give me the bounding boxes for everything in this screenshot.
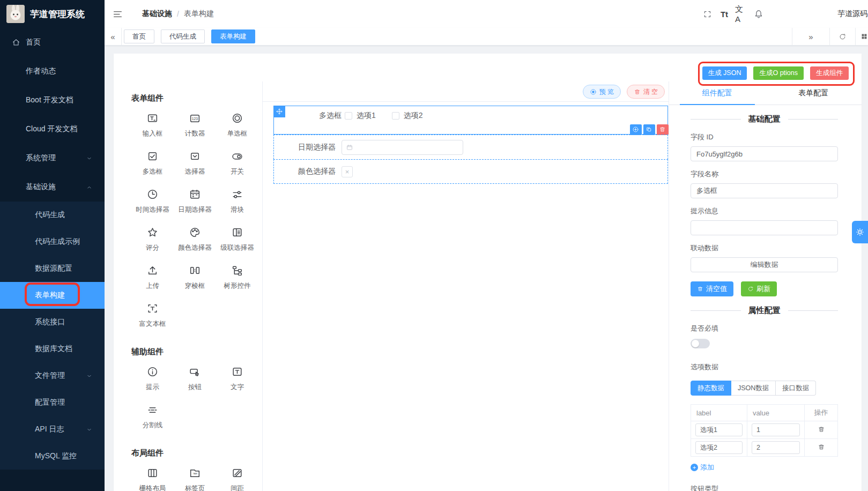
- drag-handle-icon[interactable]: [273, 106, 285, 117]
- sidebar-subitem[interactable]: 配置管理: [0, 389, 105, 416]
- checkbox-option-2[interactable]: 选项2: [392, 111, 423, 121]
- widget-checkbox-group[interactable]: 多选框 选项1 选项2: [273, 106, 668, 135]
- fullscreen-icon[interactable]: [701, 8, 714, 20]
- palette-item-button[interactable]: 按钮: [174, 366, 216, 392]
- layout-grid-icon[interactable]: [855, 28, 868, 45]
- generate-options-button[interactable]: 生成O ptions: [753, 66, 804, 80]
- option-label-input[interactable]: [695, 441, 743, 454]
- palette-item-counter[interactable]: 123计数器: [174, 112, 216, 138]
- sidebar-item[interactable]: Cloud 开发文档: [0, 115, 105, 144]
- refresh-icon[interactable]: [829, 28, 855, 45]
- palette-item-cascader[interactable]: 级联选择器: [216, 226, 258, 252]
- palette-item-gridlayout[interactable]: 栅格布局: [131, 467, 174, 491]
- option-label-input[interactable]: [695, 423, 743, 436]
- checkbox-icon[interactable]: [345, 112, 352, 120]
- field-name-input[interactable]: [691, 183, 838, 198]
- sidebar-subitem[interactable]: API 日志: [0, 416, 105, 443]
- sidebar-item[interactable]: Boot 开发文档: [0, 86, 105, 115]
- switch-icon: [231, 150, 243, 162]
- sidebar-item[interactable]: 作者动态: [0, 57, 105, 86]
- sidebar-item[interactable]: 首页: [0, 28, 105, 57]
- tab-form-config[interactable]: 表单配置: [766, 81, 862, 105]
- tags-forward-icon[interactable]: »: [792, 28, 829, 45]
- sidebar-subitem[interactable]: 代码生成示例: [0, 228, 105, 255]
- app-logo[interactable]: 芋道管理系统: [0, 0, 105, 28]
- seg-json-data[interactable]: JSON数据: [731, 381, 776, 396]
- widget-color-picker[interactable]: 颜色选择器 ×: [273, 159, 668, 184]
- palette-item-star[interactable]: 评分: [131, 226, 174, 252]
- palette-item-palette[interactable]: 颜色选择器: [174, 226, 216, 252]
- sidebar-item[interactable]: 系统管理: [0, 144, 105, 173]
- tags-back-icon[interactable]: «: [105, 28, 122, 45]
- palette-item-checkbox[interactable]: 多选框: [131, 150, 174, 176]
- palette-item-tree[interactable]: 树形控件: [216, 264, 258, 291]
- language-icon[interactable]: 文A: [735, 8, 748, 20]
- seg-api-data[interactable]: 接口数据: [776, 381, 816, 396]
- palette-item-slider[interactable]: 滑块: [216, 188, 258, 214]
- sidebar-subitem[interactable]: 数据源配置: [0, 255, 105, 282]
- sidebar-subitem[interactable]: 数据库文档: [0, 336, 105, 362]
- config-panel: 组件配置 表单配置 基础配置 字段 ID 字段名称 提示信息 联动数据 编辑数据: [669, 81, 862, 491]
- palette-item-upload[interactable]: 上传: [131, 264, 174, 291]
- tab-component-config[interactable]: 组件配置: [669, 81, 766, 105]
- config-body: 基础配置 字段 ID 字段名称 提示信息 联动数据 编辑数据 清空值: [669, 105, 862, 491]
- widget-add-button[interactable]: [630, 124, 642, 135]
- palette-item-radio[interactable]: 单选框: [216, 112, 258, 138]
- generate-json-button[interactable]: 生成 JSON: [702, 66, 747, 80]
- vendor-link[interactable]: 芋道源码: [837, 0, 867, 28]
- refresh-value-button[interactable]: 刷新: [741, 281, 777, 296]
- checkbox-option-1[interactable]: 选项1: [345, 111, 376, 121]
- palette-item-text[interactable]: 文字: [216, 366, 258, 392]
- option-value-input[interactable]: [752, 441, 800, 454]
- hint-input[interactable]: [691, 220, 838, 235]
- clear-canvas-button[interactable]: 清 空: [627, 85, 665, 99]
- delete-row-icon[interactable]: [818, 443, 825, 451]
- palette-item-input[interactable]: 输入框: [131, 112, 174, 138]
- card-body: 表单组件输入框123计数器单选框多选框选择器开关时间选择器日期选择器滑块评分颜色…: [114, 81, 862, 491]
- sidebar-subitem[interactable]: MySQL 监控: [0, 443, 105, 470]
- tags-bar-tab[interactable]: 首页: [124, 29, 154, 43]
- tags-bar-tab[interactable]: 表单构建: [211, 29, 255, 43]
- palette-grid: 输入框123计数器单选框多选框选择器开关时间选择器日期选择器滑块评分颜色选择器级…: [131, 112, 259, 329]
- preview-button[interactable]: 预 览: [583, 85, 621, 99]
- breadcrumb-section[interactable]: 基础设施: [142, 9, 172, 19]
- palette-item-date[interactable]: 日期选择器: [174, 188, 216, 214]
- bell-icon[interactable]: [752, 8, 765, 20]
- palette-item-switch[interactable]: 开关: [216, 150, 258, 176]
- palette-item-tabpage[interactable]: TAB标签页: [174, 467, 216, 491]
- hamburger-icon[interactable]: [113, 9, 123, 19]
- palette-item-divider[interactable]: 分割线: [131, 404, 174, 430]
- tags-bar-tab[interactable]: 代码生成: [161, 29, 205, 43]
- color-picker-swatch[interactable]: ×: [342, 166, 353, 177]
- edit-data-button[interactable]: 编辑数据: [691, 257, 838, 272]
- palette-item-transfer[interactable]: 穿梭框: [174, 264, 216, 291]
- sidebar-item[interactable]: 基础设施: [0, 173, 105, 202]
- generate-component-button[interactable]: 生成组件: [810, 66, 849, 80]
- sidebar-subitem[interactable]: 代码生成: [0, 202, 105, 228]
- palette-item-label: 时间选择器: [136, 205, 169, 214]
- seg-static-data[interactable]: 静态数据: [691, 381, 731, 396]
- sidebar-subitem[interactable]: 系统接口: [0, 309, 105, 336]
- widget-date-picker[interactable]: 日期选择器: [273, 135, 668, 159]
- font-size-icon[interactable]: Tt: [718, 8, 731, 20]
- settings-gear-button[interactable]: [852, 221, 868, 243]
- palette-item-select[interactable]: 选择器: [174, 150, 216, 176]
- palette-item-info[interactable]: 提示: [131, 366, 174, 392]
- date-input[interactable]: [342, 140, 463, 155]
- cascader-icon: [231, 226, 243, 239]
- palette-item-richtext[interactable]: 富文本框: [131, 302, 174, 329]
- svg-text:123: 123: [192, 117, 198, 121]
- clear-value-button[interactable]: 清空值: [691, 281, 733, 296]
- palette-item-time[interactable]: 时间选择器: [131, 188, 174, 214]
- option-value-input[interactable]: [752, 423, 800, 436]
- checkbox-icon[interactable]: [392, 112, 399, 120]
- sidebar-subitem[interactable]: 表单构建: [0, 282, 105, 309]
- required-toggle[interactable]: [691, 339, 710, 348]
- field-id-input[interactable]: [691, 146, 838, 161]
- sidebar-subitem[interactable]: 文件管理: [0, 362, 105, 389]
- widget-delete-button[interactable]: [657, 124, 669, 135]
- widget-copy-button[interactable]: [643, 124, 655, 135]
- delete-row-icon[interactable]: [818, 426, 825, 433]
- add-option-link[interactable]: + 添加: [691, 463, 714, 472]
- palette-item-spacing[interactable]: 间距: [216, 467, 258, 491]
